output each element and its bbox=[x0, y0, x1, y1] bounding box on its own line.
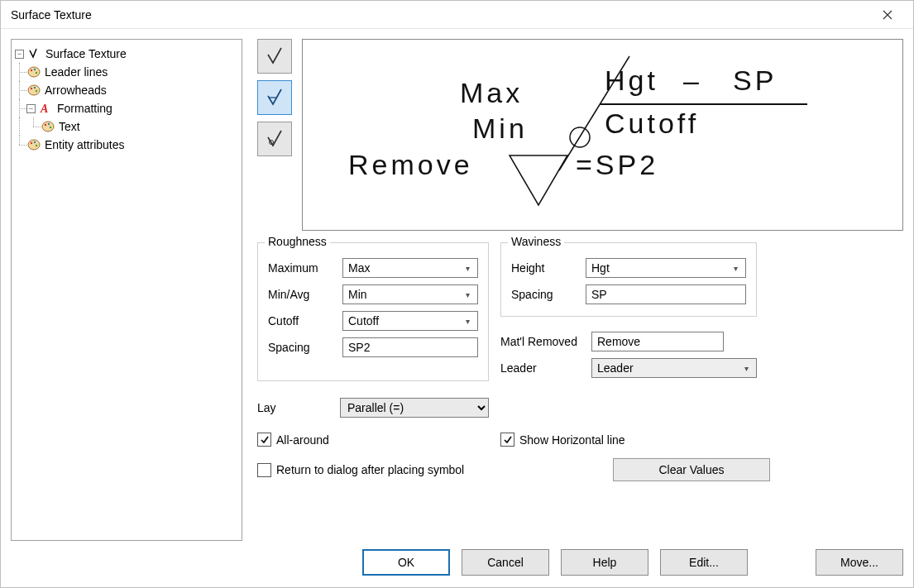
tree-item-formatting[interactable]: − A Formatting bbox=[15, 99, 238, 117]
roughness-spacing-input[interactable]: SP2 bbox=[342, 337, 478, 357]
cutoff-combobox[interactable]: Cutoff ▾ bbox=[342, 311, 478, 331]
cancel-button[interactable]: Cancel bbox=[462, 549, 549, 576]
svg-point-6 bbox=[34, 87, 36, 88]
titlebar: Surface Texture bbox=[1, 1, 913, 29]
preview-hgt: Hgt bbox=[605, 65, 658, 97]
height-combobox[interactable]: Hgt ▾ bbox=[586, 258, 746, 278]
palette-icon bbox=[26, 137, 41, 152]
svg-point-5 bbox=[31, 88, 32, 89]
svg-point-3 bbox=[36, 72, 37, 74]
minavg-label: Min/Avg bbox=[268, 288, 342, 301]
symbol-toolbar bbox=[257, 39, 295, 231]
ok-button[interactable]: OK bbox=[362, 549, 450, 576]
svg-point-13 bbox=[28, 140, 40, 150]
check-open-icon bbox=[265, 88, 285, 108]
preview-min: Min bbox=[472, 112, 528, 145]
tree-item-label: Formatting bbox=[57, 102, 112, 115]
chevron-down-icon: ▾ bbox=[461, 259, 474, 277]
return-clear-row: Return to dialog after placing symbol Cl… bbox=[257, 458, 903, 481]
preview-remove: Remove bbox=[348, 149, 473, 181]
svg-point-0 bbox=[28, 67, 40, 77]
close-button[interactable] bbox=[869, 2, 907, 28]
all-around-label: All-around bbox=[276, 433, 329, 447]
preview-cutoff: Cutoff bbox=[605, 108, 699, 140]
preview-sp2: =SP2 bbox=[576, 149, 658, 181]
preview-row: Max Min Remove Hgt – SP Cutoff =SP2 bbox=[257, 39, 903, 231]
svg-text:A: A bbox=[40, 103, 48, 115]
tree-panel: − Surface Texture Leader lines Arrowhead… bbox=[11, 39, 242, 541]
symbol-basic-button[interactable] bbox=[257, 39, 292, 74]
check-basic-icon bbox=[265, 46, 285, 66]
clear-values-button[interactable]: Clear Values bbox=[613, 458, 770, 481]
waviness-legend: Waviness bbox=[508, 235, 564, 248]
dialog-buttons: OK Cancel Help Edit... Move... bbox=[1, 541, 913, 587]
return-to-dialog-label: Return to dialog after placing symbol bbox=[276, 463, 464, 476]
collapse-icon[interactable]: − bbox=[15, 50, 24, 59]
checkmark-icon bbox=[260, 435, 270, 445]
svg-point-15 bbox=[34, 141, 36, 143]
checkbox-row: All-around Show Horizontal line bbox=[257, 433, 903, 447]
help-button[interactable]: Help bbox=[561, 549, 648, 576]
palette-icon bbox=[41, 119, 55, 134]
tree-item-text[interactable]: Text bbox=[15, 117, 238, 136]
leader-dropdown[interactable]: Leader ▾ bbox=[591, 358, 757, 378]
surface-texture-icon bbox=[27, 46, 42, 61]
tree-item-label: Text bbox=[59, 120, 80, 133]
return-to-dialog-checkbox[interactable] bbox=[257, 463, 271, 477]
svg-point-14 bbox=[31, 142, 32, 144]
window-title: Surface Texture bbox=[11, 8, 869, 22]
symbol-material-removal-button[interactable] bbox=[257, 80, 292, 115]
svg-point-7 bbox=[36, 90, 37, 92]
preview-sp: SP bbox=[733, 65, 777, 97]
tree-item-label: Entity attributes bbox=[45, 138, 125, 151]
svg-point-4 bbox=[28, 85, 40, 95]
roughness-group: Roughness Maximum Max ▾ Min/Avg Min ▾ bbox=[257, 242, 489, 381]
waviness-spacing-input[interactable]: SP bbox=[586, 284, 746, 304]
check-circle-icon bbox=[265, 129, 285, 149]
move-button[interactable]: Move... bbox=[816, 549, 903, 576]
leader-label: Leader bbox=[500, 361, 591, 375]
svg-point-2 bbox=[34, 69, 36, 70]
lay-label: Lay bbox=[257, 401, 340, 414]
close-icon bbox=[883, 10, 892, 20]
svg-point-16 bbox=[36, 145, 37, 146]
svg-point-9 bbox=[42, 122, 54, 131]
symbol-preview: Max Min Remove Hgt – SP Cutoff =SP2 bbox=[302, 39, 903, 231]
waviness-group: Waviness Height Hgt ▾ Spacing SP bbox=[500, 242, 757, 317]
spacing-label: Spacing bbox=[268, 341, 342, 354]
content-area: − Surface Texture Leader lines Arrowhead… bbox=[1, 29, 913, 541]
checkmark-icon bbox=[503, 435, 513, 445]
group-row: Roughness Maximum Max ▾ Min/Avg Min ▾ bbox=[257, 242, 903, 381]
chevron-down-icon: ▾ bbox=[729, 259, 742, 277]
palette-icon bbox=[26, 83, 41, 98]
show-horizontal-checkbox[interactable] bbox=[500, 433, 514, 447]
roughness-legend: Roughness bbox=[265, 235, 330, 248]
all-around-checkbox[interactable] bbox=[257, 433, 271, 447]
max-label: Maximum bbox=[268, 261, 342, 275]
max-combobox[interactable]: Max ▾ bbox=[342, 258, 478, 278]
tree-item-label: Leader lines bbox=[45, 65, 108, 79]
formatting-icon: A bbox=[39, 101, 54, 116]
chevron-down-icon: ▾ bbox=[739, 359, 753, 377]
collapse-icon[interactable]: − bbox=[26, 104, 36, 113]
lay-dropdown[interactable]: Parallel (=) bbox=[340, 398, 489, 418]
preview-svg bbox=[303, 40, 882, 230]
chevron-down-icon: ▾ bbox=[461, 285, 474, 304]
tree-item-leader-lines[interactable]: Leader lines bbox=[15, 63, 238, 81]
svg-point-10 bbox=[45, 124, 46, 126]
chevron-down-icon: ▾ bbox=[461, 312, 474, 330]
svg-point-11 bbox=[48, 123, 50, 125]
palette-icon bbox=[26, 65, 41, 79]
matl-removed-label: Mat'l Removed bbox=[500, 335, 591, 348]
tree-root[interactable]: − Surface Texture bbox=[15, 45, 238, 63]
minavg-combobox[interactable]: Min ▾ bbox=[342, 284, 478, 304]
edit-button[interactable]: Edit... bbox=[660, 549, 748, 576]
svg-point-12 bbox=[50, 127, 51, 128]
right-panel: Max Min Remove Hgt – SP Cutoff =SP2 Roug… bbox=[257, 39, 903, 541]
tree-item-entity-attributes[interactable]: Entity attributes bbox=[15, 136, 238, 154]
height-label: Height bbox=[511, 261, 586, 275]
matl-removed-input[interactable]: Remove bbox=[591, 332, 724, 351]
symbol-no-removal-button[interactable] bbox=[257, 122, 292, 156]
tree-item-arrowheads[interactable]: Arrowheads bbox=[15, 81, 238, 99]
show-horizontal-label: Show Horizontal line bbox=[519, 433, 625, 447]
